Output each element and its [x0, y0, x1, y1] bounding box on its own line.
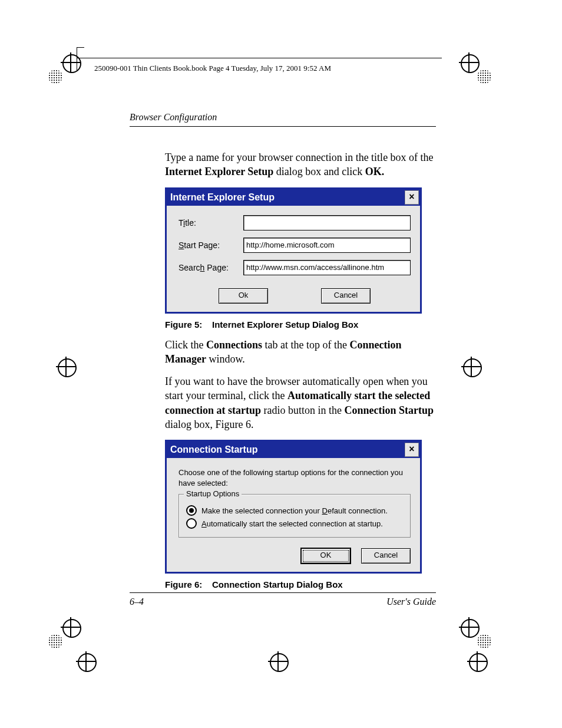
bold-text: Connections [206, 339, 262, 351]
registration-mark-icon [457, 54, 490, 87]
start-page-row: Start Page: http://home.microsoft.com [178, 238, 411, 253]
startup-options-group: Startup Options Make the selected connec… [178, 494, 411, 538]
dialog-button-row: Ok Cancel [178, 282, 411, 304]
dialog-title: Internet Explorer Setup [170, 192, 405, 203]
text: efault connection. [328, 506, 388, 515]
dialog-titlebar: Connection Startup × [167, 442, 420, 458]
title-label: Title: [178, 218, 243, 228]
search-page-row: Search Page: http://www.msn.com/access/a… [178, 260, 411, 275]
text: utomatically start the selected connecti… [207, 519, 383, 528]
radio-icon [186, 505, 197, 516]
dialog-button-row: OK Cancel [178, 545, 411, 564]
close-button[interactable]: × [405, 443, 419, 457]
registration-mark-icon [463, 647, 496, 680]
cancel-button[interactable]: Cancel [321, 288, 371, 304]
dialog-body: Choose one of the following startup opti… [167, 458, 420, 572]
page-content: Browser Configuration Type a name for yo… [130, 112, 436, 598]
text: dialog box and click [273, 166, 365, 177]
doc-title: User's Guide [386, 597, 436, 607]
text: T [178, 218, 183, 228]
registration-mark-icon [52, 619, 85, 652]
ok-button[interactable]: OK [301, 548, 351, 564]
figure-text: Internet Explorer Setup Dialog Box [212, 319, 358, 330]
mnemonic: S [178, 241, 184, 250]
text: radio button in the [261, 404, 344, 416]
search-page-input[interactable]: http://www.msn.com/access/allinone.htm [243, 260, 411, 275]
radio-label: Automatically start the selected connect… [201, 519, 383, 528]
crop-info-text: 250090-001 Thin Clients Book.book Page 4… [94, 64, 331, 73]
radio-default-connection[interactable]: Make the selected connection your Defaul… [186, 505, 403, 516]
page-footer: 6–4 User's Guide [130, 592, 436, 607]
text: Click the [165, 339, 206, 351]
text: Searc [178, 263, 200, 272]
radio-auto-start[interactable]: Automatically start the selected connect… [186, 518, 403, 529]
page-number: 6–4 [130, 597, 144, 607]
cancel-button[interactable]: Cancel [361, 548, 411, 564]
figure-6-caption: Figure 6:Connection Startup Dialog Box [165, 579, 436, 589]
ok-button[interactable]: Ok [219, 288, 268, 304]
text: tle: [185, 218, 196, 228]
registration-mark-icon [457, 353, 490, 386]
mnemonic: D [322, 506, 328, 515]
dialog-titlebar: Internet Explorer Setup × [167, 189, 420, 206]
dialog-instruction: Choose one of the following startup opti… [178, 467, 411, 488]
start-page-input[interactable]: http://home.microsoft.com [243, 238, 411, 253]
ie-setup-dialog: Internet Explorer Setup × Title: Start P… [165, 187, 422, 314]
title-row: Title: [178, 215, 411, 230]
registration-mark-icon [457, 619, 490, 652]
figure-5-caption: Figure 5:Internet Explorer Setup Dialog … [165, 319, 436, 330]
dialog-title: Connection Startup [170, 444, 405, 455]
mnemonic: A [201, 519, 207, 528]
close-button[interactable]: × [405, 190, 419, 205]
bold-text: OK. [365, 166, 385, 177]
autostart-paragraph: If you want to have the browser automati… [165, 374, 436, 431]
text: tart Page: [184, 241, 220, 250]
search-page-label: Search Page: [178, 263, 243, 272]
figure-label: Figure 6: [165, 579, 212, 589]
connections-paragraph: Click the Connections tab at the top of … [165, 338, 436, 367]
dialog-body: Title: Start Page: http://home.microsoft… [167, 206, 420, 312]
intro-paragraph: Type a name for your browser connection … [165, 150, 436, 179]
text: window. [206, 353, 245, 365]
text: Make the selected connection your [201, 506, 322, 515]
start-page-label: Start Page: [178, 241, 243, 250]
text: Page: [204, 263, 228, 272]
text: tab at the top of the [262, 339, 349, 351]
bold-text: Connection Startup [344, 404, 434, 416]
figure-label: Figure 5: [165, 319, 212, 330]
connection-startup-dialog: Connection Startup × Choose one of the f… [165, 440, 422, 574]
radio-icon [186, 518, 197, 529]
crop-corner [77, 47, 84, 71]
section-header: Browser Configuration [130, 112, 436, 127]
figure-text: Connection Startup Dialog Box [212, 579, 343, 589]
radio-label: Make the selected connection your Defaul… [201, 506, 388, 515]
registration-mark-icon [72, 647, 105, 680]
text: dialog box, Figure 6. [165, 419, 254, 430]
registration-mark-icon [264, 647, 297, 680]
registration-mark-icon [52, 353, 85, 386]
title-input[interactable] [243, 215, 411, 230]
bold-text: Internet Explorer Setup [165, 166, 273, 177]
group-legend: Startup Options [184, 489, 242, 498]
text: Type a name for your browser connection … [165, 151, 434, 163]
